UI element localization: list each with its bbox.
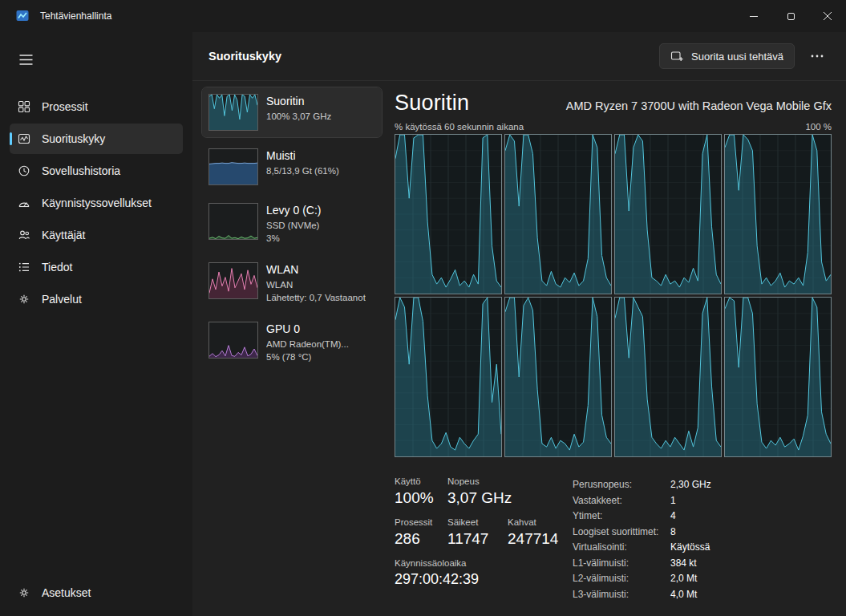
detail-title: Suoritin — [395, 91, 469, 116]
cpu-spec-list: Perusnopeus:2,30 GHz Vastakkeet:1 Ytimet… — [573, 476, 711, 604]
sidebar-item-label: Prosessit — [42, 100, 88, 113]
spec-label: Loogiset suorittimet: — [573, 526, 670, 537]
disk-mini-chart — [208, 203, 258, 240]
chart-caption-left: % käytössä 60 sekunnin aikana — [395, 122, 524, 132]
sidebar-item-label: Sovellushistoria — [42, 164, 120, 177]
cpu-stats: Käyttö Nopeus 100% 3,07 GHz Prosessit Sä… — [395, 476, 832, 604]
sidebar-item-label: Asetukset — [42, 586, 91, 599]
stat-value-usage: 100% — [395, 489, 447, 507]
run-new-task-label: Suorita uusi tehtävä — [691, 51, 783, 63]
perf-item-wlan[interactable]: WLAN WLAN Lähetetty: 0,7 Vastaanot — [202, 256, 382, 310]
perf-item-disk[interactable]: Levy 0 (C:) SSD (NVMe) 3% — [202, 197, 382, 251]
sidebar-item-label: Käyttäjät — [42, 229, 85, 241]
more-icon — [811, 55, 824, 58]
perf-item-detail: AMD Radeon(TM)... — [266, 338, 349, 351]
stat-label: Kahvat — [508, 517, 573, 527]
cpu-core-chart — [614, 297, 722, 457]
sidebar: Prosessit Suorituskyky — [0, 32, 192, 616]
cpu-core-chart — [395, 134, 502, 294]
spec-value: 2,0 Mt — [670, 573, 697, 584]
sidebar-item-label: Tiedot — [42, 261, 72, 274]
stat-value-processes: 286 — [395, 530, 447, 548]
spec-value: 2,30 GHz — [670, 479, 711, 490]
cpu-core-chart — [395, 297, 502, 457]
perf-item-detail: 5% (78 °C) — [266, 351, 349, 363]
cpu-detail-panel: Suoritin AMD Ryzen 7 3700U with Radeon V… — [388, 87, 835, 616]
main-header: Suorituskyky Suorita uusi tehtävä — [192, 32, 846, 81]
spec-label: Ytimet: — [573, 510, 670, 521]
window-controls — [735, 0, 846, 32]
spec-label: L2-välimuisti: — [573, 573, 670, 584]
stat-value-uptime: 297:00:42:39 — [395, 571, 479, 588]
minimize-button[interactable] — [735, 0, 772, 32]
details-list-icon — [18, 261, 30, 274]
perf-item-detail: 3% — [266, 232, 321, 245]
settings-gear-icon — [18, 586, 30, 599]
cpu-core-charts-grid — [395, 134, 832, 457]
sidebar-item-sovellushistoria[interactable]: Sovellushistoria — [10, 156, 183, 186]
spec-label: Vastakkeet: — [573, 495, 670, 506]
wlan-mini-chart — [208, 262, 258, 299]
sidebar-item-asetukset[interactable]: Asetukset — [10, 578, 183, 608]
sidebar-item-label: Suorituskyky — [42, 132, 105, 145]
sidebar-item-prosessit[interactable]: Prosessit — [10, 91, 183, 122]
main-panel: Suorituskyky Suorita uusi tehtävä — [192, 32, 846, 616]
spec-value: 4,0 Mt — [670, 589, 697, 600]
performance-list: Suoritin 100% 3,07 GHz Muisti 8,5/13,9 G… — [202, 87, 382, 616]
sidebar-item-suorituskyky[interactable]: Suorituskyky — [10, 124, 183, 154]
stat-value-handles: 247714 — [508, 530, 573, 548]
maximize-icon — [787, 13, 795, 20]
stat-label: Säikeet — [447, 517, 508, 527]
more-button[interactable] — [803, 43, 832, 69]
processes-icon — [18, 100, 30, 113]
sidebar-item-label: Käynnistyssovellukset — [42, 197, 152, 209]
spec-label: L1-välimuisti: — [573, 557, 670, 569]
task-manager-app-icon — [16, 10, 29, 22]
run-new-task-button[interactable]: Suorita uusi tehtävä — [659, 43, 795, 69]
cpu-core-chart — [504, 134, 612, 294]
perf-item-name: Suoritin — [266, 95, 331, 107]
stat-label: Käyttö — [395, 476, 447, 486]
perf-item-detail: 100% 3,07 GHz — [266, 110, 331, 123]
perf-item-detail: SSD (NVMe) — [266, 219, 321, 232]
services-gear-icon — [18, 293, 30, 306]
gpu-mini-chart — [208, 322, 258, 359]
cpu-core-chart — [724, 134, 832, 294]
sidebar-item-palvelut[interactable]: Palvelut — [10, 284, 183, 314]
perf-item-detail: Lähetetty: 0,7 Vastaanot — [266, 291, 366, 304]
menu-toggle-button[interactable] — [11, 47, 40, 72]
cpu-mini-chart — [208, 94, 258, 131]
task-manager-window: Tehtävienhallinta — [0, 0, 846, 616]
perf-item-detail: 8,5/13,9 Gt (61%) — [266, 164, 339, 177]
maximize-button[interactable] — [772, 0, 809, 32]
sidebar-item-kayttajat[interactable]: Käyttäjät — [10, 220, 183, 250]
stat-value-threads: 11747 — [447, 530, 508, 548]
spec-value: 4 — [670, 510, 676, 521]
performance-icon — [18, 132, 30, 145]
new-task-icon — [670, 50, 684, 63]
page-title: Suorituskyky — [208, 50, 281, 63]
close-button[interactable] — [809, 0, 846, 32]
memory-mini-chart — [208, 148, 258, 185]
cpu-core-chart — [724, 297, 832, 457]
sidebar-item-tiedot[interactable]: Tiedot — [10, 252, 183, 282]
perf-item-cpu[interactable]: Suoritin 100% 3,07 GHz — [202, 87, 382, 137]
perf-item-gpu[interactable]: GPU 0 AMD Radeon(TM)... 5% (78 °C) — [202, 315, 382, 370]
spec-label: Perusnopeus: — [573, 479, 670, 490]
cpu-core-chart — [504, 297, 612, 457]
stat-label: Käynnissäoloaika — [395, 558, 467, 568]
cpu-model-name: AMD Ryzen 7 3700U with Radeon Vega Mobil… — [566, 99, 832, 116]
spec-value: Käytössä — [670, 541, 710, 553]
perf-item-name: Levy 0 (C:) — [266, 204, 321, 217]
titlebar: Tehtävienhallinta — [0, 0, 846, 32]
window-title: Tehtävienhallinta — [40, 10, 111, 22]
perf-item-memory[interactable]: Muisti 8,5/13,9 Gt (61%) — [202, 142, 382, 192]
spec-label: Virtualisointi: — [573, 541, 670, 553]
perf-item-name: WLAN — [266, 263, 366, 276]
cpu-core-chart — [614, 134, 722, 294]
spec-value: 384 kt — [670, 557, 697, 569]
close-icon — [823, 11, 832, 21]
sidebar-item-kaynnistyssovellukset[interactable]: Käynnistyssovellukset — [10, 188, 183, 218]
perf-item-name: Muisti — [266, 149, 339, 162]
minimize-icon — [750, 16, 758, 17]
